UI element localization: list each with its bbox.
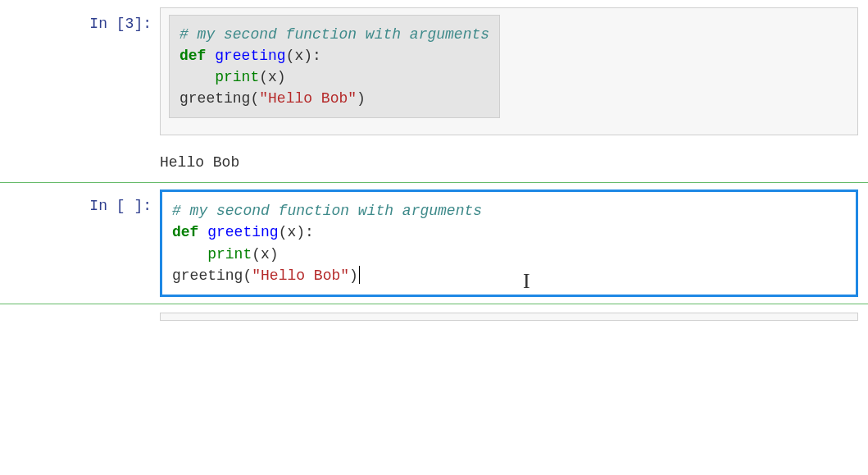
prompt-prefix: In [ — [89, 198, 125, 214]
code-func-name: greeting — [207, 224, 278, 240]
code-line[interactable]: greeting("Hello Bob") — [180, 88, 489, 109]
code-keyword: def — [172, 224, 198, 240]
code-selection[interactable]: # my second function with arguments def … — [169, 15, 500, 118]
output-prompt — [0, 154, 160, 171]
prompt-prefix: In [ — [89, 16, 125, 32]
input-area[interactable]: # my second function with arguments def … — [160, 7, 858, 135]
prompt-exec-count: 3 — [125, 16, 134, 32]
output-text: Hello Bob — [160, 154, 239, 171]
code-func-name: greeting — [215, 48, 285, 64]
code-line[interactable]: print(x) — [172, 244, 846, 265]
prompt-suffix: ]: — [134, 198, 152, 214]
code-line[interactable]: # my second function with arguments — [172, 200, 846, 222]
code-comment: # my second function with arguments — [172, 203, 482, 219]
code-string: "Hello Bob" — [252, 267, 349, 284]
code-editor[interactable]: # my second function with arguments def … — [160, 7, 858, 135]
code-keyword: def — [180, 48, 206, 64]
code-comment: # my second function with arguments — [180, 26, 489, 43]
code-cell[interactable]: In [3]: # my second function with argume… — [0, 0, 868, 143]
code-call: greeting — [172, 267, 243, 284]
next-cell-stub[interactable] — [160, 313, 858, 321]
output-cell: Hello Bob — [0, 143, 868, 182]
prompt-exec-count — [125, 198, 134, 214]
code-line[interactable]: def greeting(x): — [180, 45, 489, 66]
text-cursor — [359, 266, 360, 284]
code-call: greeting — [180, 90, 250, 107]
input-prompt: In [ ]: — [0, 190, 160, 296]
code-line[interactable]: def greeting(x): — [172, 222, 846, 243]
code-line[interactable]: print(x) — [180, 66, 489, 88]
input-prompt: In [3]: — [0, 7, 160, 135]
prompt-suffix: ]: — [134, 16, 152, 32]
code-builtin: print — [215, 69, 259, 85]
code-line[interactable]: # my second function with arguments — [180, 24, 489, 45]
code-cell-active[interactable]: In [ ]: # my second function with argume… — [0, 182, 868, 304]
code-line[interactable]: greeting("Hello Bob") — [172, 265, 846, 286]
code-string: "Hello Bob" — [259, 90, 357, 107]
code-editor-active[interactable]: # my second function with arguments def … — [160, 190, 858, 296]
input-area[interactable]: # my second function with arguments def … — [160, 190, 858, 296]
code-builtin: print — [207, 246, 252, 263]
